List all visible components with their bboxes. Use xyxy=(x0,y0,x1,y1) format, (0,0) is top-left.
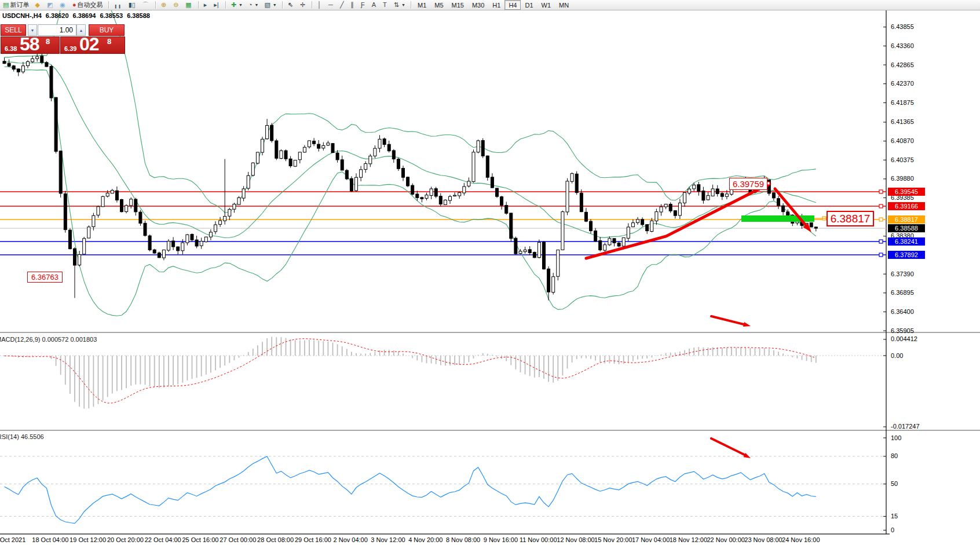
zoom-in-icon: ⊕ xyxy=(161,1,166,9)
zoom-out-icon: ⊖ xyxy=(173,1,178,9)
timeframe-h1-button[interactable]: H1 xyxy=(488,0,504,10)
svg-text:11 Nov 00:00: 11 Nov 00:00 xyxy=(520,536,557,543)
svg-text:15 Nov 20:00: 15 Nov 20:00 xyxy=(594,536,632,543)
svg-text:Oct 2021: Oct 2021 xyxy=(0,536,25,543)
rsi-arrow xyxy=(711,438,745,455)
label-button[interactable]: T xyxy=(381,0,390,10)
trendline-button[interactable]: ╱ xyxy=(338,0,348,10)
timeframe-h4-button[interactable]: H4 xyxy=(504,0,521,10)
svg-text:6.39166: 6.39166 xyxy=(895,203,918,210)
quote-close: 6.38588 xyxy=(127,12,150,19)
macd-arrow xyxy=(711,316,745,325)
signals-button[interactable]: ◉ xyxy=(57,0,69,10)
sell-price-display[interactable]: 6.38 58 8 xyxy=(1,36,60,54)
svg-text:22 Nov 00:00: 22 Nov 00:00 xyxy=(707,536,744,543)
low-price-label[interactable]: 6.36763 xyxy=(27,272,63,283)
toolbar-separator xyxy=(155,1,156,9)
macd-pane xyxy=(0,337,886,409)
timeframe-m1-button[interactable]: M1 xyxy=(414,0,430,10)
market-watch-icon: ◩ xyxy=(47,1,53,9)
auto-trading-icon: ● xyxy=(72,1,76,9)
svg-text:6.41875: 6.41875 xyxy=(891,99,914,106)
new-order-button[interactable]: ▤ 新订单 xyxy=(1,0,31,10)
time-axis[interactable]: Oct 202118 Oct 04:0019 Oct 12:0020 Oct 2… xyxy=(0,536,820,543)
svg-text:6.39545: 6.39545 xyxy=(895,188,918,195)
sell-price-big: 58 xyxy=(20,34,39,55)
tile-windows-button[interactable]: ▦ xyxy=(183,0,195,10)
svg-text:3 Nov 12:00: 3 Nov 12:00 xyxy=(371,536,405,543)
sell-price-pip: 8 xyxy=(46,37,50,46)
sell-price-prefix: 6.38 xyxy=(5,45,17,52)
svg-text:6.38588: 6.38588 xyxy=(895,225,918,232)
trend-arrows[interactable] xyxy=(586,182,827,458)
channel-button[interactable]: ∥ xyxy=(349,0,358,10)
text-icon: A xyxy=(372,1,376,9)
volume-input[interactable]: 1.00 xyxy=(38,24,76,36)
tile-windows-icon: ▦ xyxy=(185,1,191,9)
hline-icon: ─ xyxy=(328,1,333,9)
metaeditor-button[interactable]: ◆ xyxy=(32,0,43,10)
toolbar-separator xyxy=(225,1,226,9)
shift-end-button[interactable]: ▸| xyxy=(211,0,222,10)
mt4-window: { "toolbar": { "left_buttons": [ {"name"… xyxy=(0,0,980,545)
svg-text:20 Oct 20:00: 20 Oct 20:00 xyxy=(107,536,144,543)
toolbar-separator xyxy=(108,1,109,9)
price-axis[interactable]: 6.438556.433606.428656.423706.418756.413… xyxy=(883,23,925,533)
timeframe-m15-button[interactable]: M15 xyxy=(448,0,468,10)
chart-canvas[interactable]: 6.438556.433606.428656.423706.418756.413… xyxy=(0,0,980,545)
candlestick-button[interactable]: ▮▯ xyxy=(126,0,139,10)
price-level-lines[interactable] xyxy=(0,190,886,257)
svg-text:6.41365: 6.41365 xyxy=(891,118,914,125)
market-watch-button[interactable]: ◩ xyxy=(45,0,56,10)
svg-text:6.40375: 6.40375 xyxy=(891,156,914,163)
svg-text:4 Nov 20:00: 4 Nov 20:00 xyxy=(408,536,443,543)
timeframe-d1-button[interactable]: D1 xyxy=(521,0,537,10)
timeframe-mn-button[interactable]: MN xyxy=(555,0,573,10)
crosshair-button[interactable]: ✛ xyxy=(298,0,309,10)
metaeditor-icon: ◆ xyxy=(35,1,39,9)
fibonacci-button[interactable]: Ƒ xyxy=(359,0,368,10)
periods-icon: ◔ xyxy=(248,1,253,9)
peak-price-label[interactable]: 6.39759 xyxy=(729,178,767,190)
label-icon: T xyxy=(383,1,387,9)
svg-text:50: 50 xyxy=(891,480,898,487)
auto-scroll-icon: ▸ xyxy=(204,1,207,9)
zoom-out-button[interactable]: ⊖ xyxy=(171,0,182,10)
rsi-pane xyxy=(0,456,886,524)
auto-scroll-button[interactable]: ▸ xyxy=(202,0,211,10)
periods-button[interactable]: ◔▼ xyxy=(246,0,261,10)
bar-chart-button[interactable]: ╻╻ xyxy=(112,0,125,10)
fibonacci-icon: Ƒ xyxy=(361,1,365,9)
buy-price-display[interactable]: 6.39 02 8 xyxy=(60,36,125,54)
cursor-icon: ⇖ xyxy=(288,1,293,9)
shift-end-icon: ▸| xyxy=(214,1,218,9)
svg-text:6.42370: 6.42370 xyxy=(891,80,914,87)
timeframe-w1-button[interactable]: W1 xyxy=(537,0,555,10)
shapes-button[interactable]: ⇅▼ xyxy=(392,0,408,10)
text-button[interactable]: A xyxy=(370,0,379,10)
rsi-pane-label: RSI(14) 46.5506 xyxy=(0,433,44,440)
toolbar-separator xyxy=(312,1,312,9)
hline-button[interactable]: ─ xyxy=(326,0,337,10)
svg-text:25 Oct 16:00: 25 Oct 16:00 xyxy=(182,536,219,543)
support-price-label[interactable]: 6.38817 xyxy=(827,211,874,226)
bollinger-bands xyxy=(5,0,816,316)
crosshair-icon: ✛ xyxy=(300,1,305,9)
svg-text:12 Nov 08:00: 12 Nov 08:00 xyxy=(557,536,594,543)
svg-text:6.35905: 6.35905 xyxy=(891,327,914,334)
timeframe-m5-button[interactable]: M5 xyxy=(430,0,447,10)
svg-text:0.00: 0.00 xyxy=(891,352,903,359)
templates-button[interactable]: ▧▼ xyxy=(262,0,279,10)
svg-text:2 Nov 04:00: 2 Nov 04:00 xyxy=(334,536,368,543)
auto-trading-button[interactable]: ● 自动交易 xyxy=(70,0,105,10)
line-chart-button[interactable]: ⌒ xyxy=(140,0,152,10)
svg-text:6.39880: 6.39880 xyxy=(891,175,914,182)
vline-button[interactable]: │ xyxy=(315,0,325,10)
zoom-in-button[interactable]: ⊕ xyxy=(159,0,170,10)
cursor-button[interactable]: ⇖ xyxy=(286,0,297,10)
indicators-button[interactable]: ✚▼ xyxy=(229,0,245,10)
timeframe-m30-button[interactable]: M30 xyxy=(468,0,488,10)
svg-text:17 Nov 04:00: 17 Nov 04:00 xyxy=(632,536,670,543)
svg-text:8 Nov 08:00: 8 Nov 08:00 xyxy=(446,536,480,543)
svg-text:6.38241: 6.38241 xyxy=(895,238,918,245)
